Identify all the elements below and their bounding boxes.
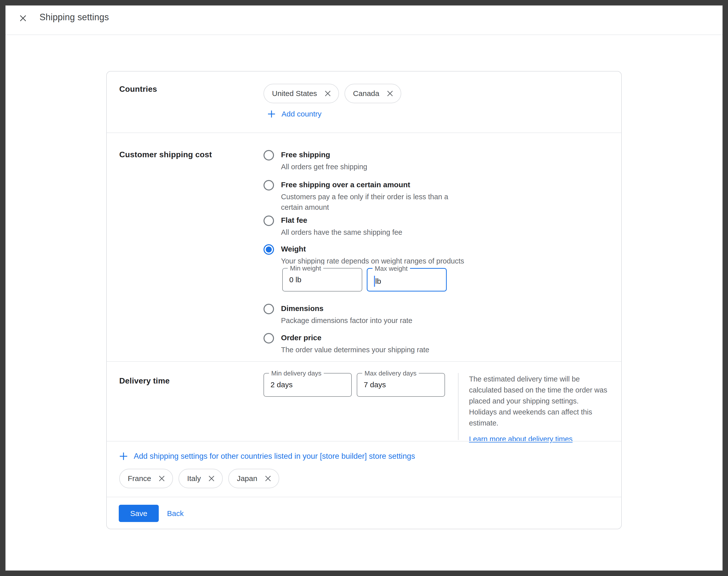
option-text: Free shipping over a certain amount Cust… [281,180,448,212]
remove-country-button[interactable] [207,474,216,483]
close-icon [208,475,215,482]
option-description: Customers pay a fee only if their order … [281,192,448,212]
country-chip-label: France [128,474,151,483]
shipping-cost-option: Order price The order value determines y… [263,333,429,355]
shipping-cost-label: Customer shipping cost [119,150,212,159]
option-text: Order price The order value determines y… [281,333,429,355]
max-delivery-days-field[interactable]: Max delivery days 7 days [357,373,445,397]
close-icon [324,90,331,97]
radio-button[interactable] [263,333,274,344]
close-button[interactable] [18,13,28,23]
header-divider [0,34,728,35]
section-divider [107,441,621,441]
radio-button[interactable] [263,180,274,191]
dialog-header: Shipping settings [0,0,728,34]
option-description: All orders have the same shipping fee [281,227,402,237]
add-other-shipping-settings-label: Add shipping settings for other countrie… [134,452,415,461]
text-caret [374,276,375,287]
country-chip-label: Japan [237,474,257,483]
min-weight-field[interactable]: Min weight 0 lb [282,268,362,291]
radio-button[interactable] [263,304,274,314]
save-button[interactable]: Save [119,505,159,522]
country-chip: Italy [178,469,223,488]
radio-button[interactable] [263,215,274,226]
country-chip: United States [263,84,339,103]
option-title: Weight [281,244,464,254]
country-chip: France [119,469,173,488]
close-icon [386,90,394,97]
max-weight-value: lb [374,276,381,287]
shipping-cost-option: Free shipping All orders get free shippi… [263,150,367,172]
min-weight-value: 0 lb [289,276,301,284]
country-chip: Japan [228,469,279,488]
option-description: The order value determines your shipping… [281,345,429,355]
countries-chip-row: United States Canada [263,84,401,103]
shipping-cost-option: Free shipping over a certain amount Cust… [263,180,448,212]
min-delivery-days-value: 2 days [270,380,292,389]
option-text: Flat fee All orders have the same shippi… [281,215,402,237]
max-weight-field[interactable]: Max weight lb [367,268,447,291]
add-country-label: Add country [282,110,321,118]
weight-fields: Min weight 0 lb Max weight lb [282,268,447,291]
max-delivery-days-value: 7 days [364,380,386,389]
option-text: Weight Your shipping rate depends on wei… [281,244,464,266]
close-icon [19,14,27,23]
option-title: Flat fee [281,215,402,225]
other-countries-chip-row: France Italy Japan [119,469,279,488]
min-delivery-days-field[interactable]: Min delivery days 2 days [263,373,352,397]
add-country-button[interactable]: Add country [267,109,321,119]
max-delivery-days-label: Max delivery days [362,370,419,377]
radio-button[interactable] [263,150,274,161]
option-title: Order price [281,333,429,343]
shipping-cost-option: Weight Your shipping rate depends on wei… [263,244,464,266]
remove-country-button[interactable] [386,89,394,98]
country-chip-label: Canada [353,89,379,98]
plus-icon [119,452,128,461]
remove-country-button[interactable] [157,474,166,483]
close-icon [264,475,272,482]
shipping-cost-option: Flat fee All orders have the same shippi… [263,215,402,237]
min-weight-label: Min weight [288,264,323,272]
delivery-info-panel: The estimated delivery time will be calc… [469,374,629,443]
settings-card: Countries United States Canada [106,71,622,529]
option-description: Package dimensions factor into your rate [281,315,412,326]
country-chip-label: United States [272,89,317,98]
delivery-info-text: The estimated delivery time will be calc… [469,374,629,429]
countries-label: Countries [119,85,157,94]
country-chip-label: Italy [187,474,201,483]
delivery-times-link[interactable]: Learn more about delivery times [469,435,573,443]
option-title: Free shipping over a certain amount [281,180,448,190]
plus-icon [267,110,275,118]
remove-country-button[interactable] [264,474,272,483]
close-icon [158,475,166,482]
remove-country-button[interactable] [323,89,332,98]
delivery-fields: Min delivery days 2 days Max delivery da… [263,373,445,397]
option-title: Free shipping [281,150,367,160]
back-button[interactable]: Back [167,505,184,522]
option-text: Dimensions Package dimensions factor int… [281,304,412,326]
shipping-settings-dialog: Shipping settings Countries United State… [0,0,728,576]
country-chip: Canada [345,84,401,103]
delivery-time-label: Delivery time [119,376,170,385]
option-title: Dimensions [281,304,412,313]
section-divider [107,133,621,133]
footer-divider [107,497,621,497]
info-panel-divider [458,373,459,440]
option-description: All orders get free shipping [281,162,367,172]
page-title: Shipping settings [39,0,109,34]
radio-button[interactable] [263,244,274,255]
option-text: Free shipping All orders get free shippi… [281,150,367,172]
shipping-cost-option: Dimensions Package dimensions factor int… [263,304,412,326]
max-weight-label: Max weight [373,265,410,272]
section-divider [107,361,621,362]
add-other-shipping-settings-button[interactable]: Add shipping settings for other countrie… [119,451,415,462]
min-delivery-days-label: Min delivery days [269,370,324,377]
